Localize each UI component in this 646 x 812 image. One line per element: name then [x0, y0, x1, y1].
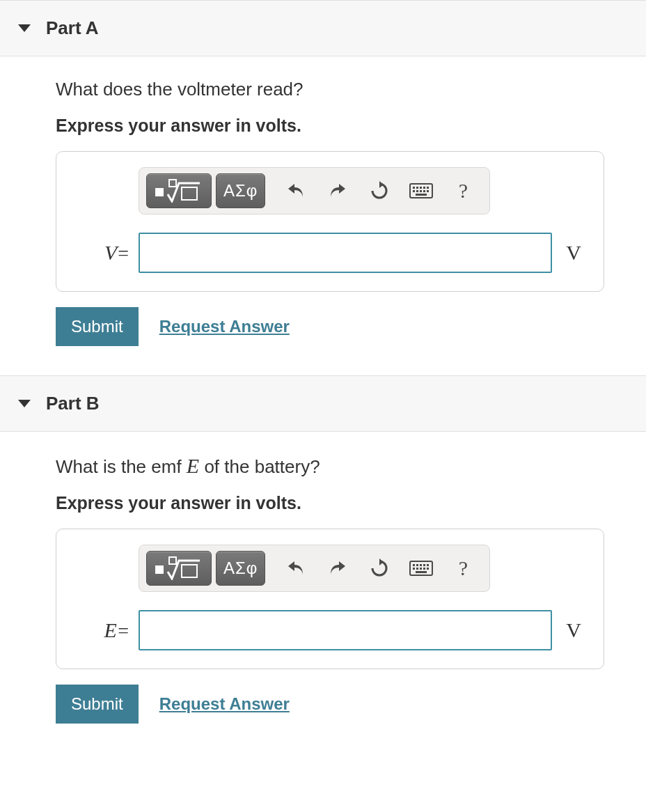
svg-rect-2 [182, 187, 197, 200]
svg-rect-9 [413, 190, 415, 192]
svg-rect-23 [427, 564, 429, 566]
greek-symbols-button[interactable]: ΑΣφ [216, 173, 265, 208]
svg-rect-22 [423, 564, 425, 566]
svg-rect-1 [169, 180, 176, 187]
part-a-instruction: Express your answer in volts. [56, 116, 604, 136]
greek-symbols-button[interactable]: ΑΣφ [216, 551, 265, 586]
part-b-answer-panel: ΑΣφ ? E = V [56, 529, 604, 669]
svg-rect-19 [413, 564, 415, 566]
part-a-body: What does the voltmeter read? Express yo… [0, 56, 646, 375]
reset-icon [370, 181, 389, 201]
svg-rect-21 [420, 564, 422, 566]
part-b-request-answer-link[interactable]: Request Answer [159, 694, 290, 714]
svg-rect-26 [420, 568, 422, 570]
svg-rect-6 [420, 187, 422, 189]
square-root-icon [154, 179, 204, 203]
undo-button[interactable] [276, 173, 315, 208]
part-a-unit-label: V [562, 241, 585, 265]
reset-icon [370, 559, 389, 578]
part-a-request-answer-link[interactable]: Request Answer [159, 317, 290, 336]
part-a-actions: Submit Request Answer [56, 307, 604, 346]
math-template-button[interactable] [146, 173, 212, 208]
redo-icon [328, 182, 347, 200]
part-b-question: What is the emf E of the battery? [56, 454, 604, 478]
keyboard-icon [409, 183, 433, 198]
part-a-submit-button[interactable]: Submit [56, 307, 139, 346]
svg-rect-13 [427, 190, 429, 192]
svg-rect-5 [416, 187, 418, 189]
part-a-answer-input[interactable] [139, 233, 552, 273]
part-a-toolbar: ΑΣφ ? [139, 167, 490, 214]
svg-rect-24 [413, 568, 415, 570]
square-root-icon [154, 556, 204, 580]
part-a-answer-row: V = V [74, 233, 585, 273]
part-b-instruction: Express your answer in volts. [56, 493, 604, 513]
redo-button[interactable] [318, 551, 357, 586]
svg-rect-29 [416, 571, 427, 573]
part-b-body: What is the emf E of the battery? Expres… [0, 432, 646, 753]
part-b-header[interactable]: Part B [0, 375, 646, 432]
svg-rect-25 [416, 568, 418, 570]
svg-rect-15 [155, 565, 164, 574]
undo-icon [286, 559, 306, 577]
keyboard-icon [409, 561, 433, 576]
help-button[interactable]: ? [443, 173, 482, 208]
svg-rect-28 [427, 568, 429, 570]
svg-rect-20 [416, 564, 418, 566]
help-button[interactable]: ? [443, 551, 482, 586]
part-a-title: Part A [46, 17, 99, 39]
part-b-variable-label: E = [74, 618, 129, 642]
part-a-answer-panel: ΑΣφ ? V = V [56, 151, 604, 292]
part-a-variable-label: V = [74, 241, 129, 265]
svg-rect-8 [427, 187, 429, 189]
svg-rect-16 [169, 557, 176, 564]
part-b-submit-button[interactable]: Submit [56, 685, 139, 724]
chevron-down-icon [18, 24, 31, 32]
part-b-toolbar: ΑΣφ ? [139, 545, 490, 592]
svg-rect-11 [420, 190, 422, 192]
part-b-unit-label: V [562, 618, 585, 642]
svg-rect-14 [416, 194, 427, 196]
redo-button[interactable] [318, 173, 357, 208]
part-a-question: What does the voltmeter read? [56, 79, 604, 100]
part-b-actions: Submit Request Answer [56, 685, 604, 724]
emf-symbol: E [187, 454, 199, 477]
svg-rect-27 [423, 568, 425, 570]
part-a-header[interactable]: Part A [0, 0, 646, 56]
svg-rect-7 [423, 187, 425, 189]
part-b-answer-row: E = V [74, 610, 585, 650]
undo-button[interactable] [276, 551, 315, 586]
svg-rect-12 [423, 190, 425, 192]
reset-button[interactable] [360, 551, 399, 586]
svg-rect-0 [155, 188, 164, 196]
part-b-title: Part B [46, 393, 100, 414]
svg-rect-10 [416, 190, 418, 192]
undo-icon [286, 182, 306, 200]
chevron-down-icon [18, 400, 31, 407]
math-template-button[interactable] [146, 551, 212, 586]
keyboard-button[interactable] [402, 173, 441, 208]
keyboard-button[interactable] [402, 551, 441, 586]
part-b-answer-input[interactable] [139, 610, 552, 650]
reset-button[interactable] [360, 173, 399, 208]
svg-rect-17 [182, 565, 197, 577]
redo-icon [328, 559, 347, 577]
svg-rect-4 [413, 187, 415, 189]
